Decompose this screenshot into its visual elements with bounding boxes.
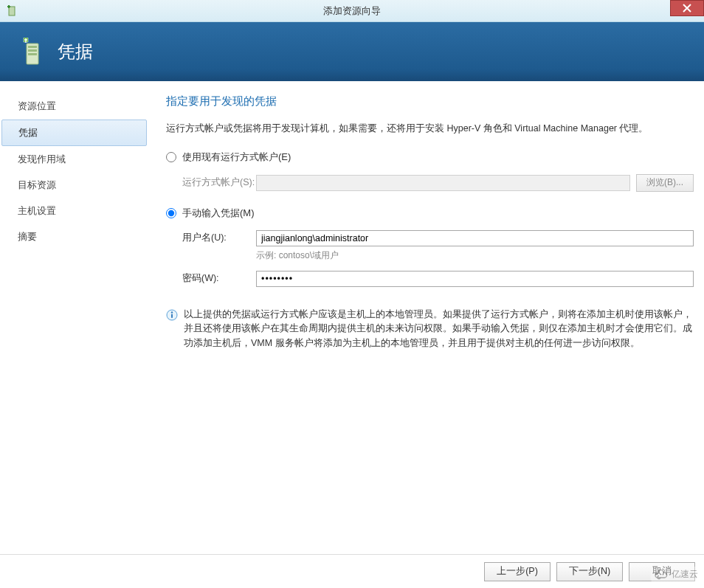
existing-account-label: 运行方式帐户(S): xyxy=(182,176,256,189)
wizard-sidebar: 资源位置 凭据 发现作用域 目标资源 主机设置 摘要 xyxy=(0,81,151,554)
window-title: 添加资源向导 xyxy=(323,4,381,18)
option-manual-credentials[interactable]: 手动输入凭据(M) xyxy=(166,207,694,220)
info-text: 以上提供的凭据或运行方式帐户应该是主机上的本地管理员。如果提供了运行方式帐户，则… xyxy=(184,308,694,350)
browse-button: 浏览(B)... xyxy=(636,174,694,192)
sidebar-item-target-resources[interactable]: 目标资源 xyxy=(1,173,147,198)
close-button[interactable] xyxy=(670,0,704,16)
sidebar-item-discovery-scope[interactable]: 发现作用域 xyxy=(1,147,147,172)
option-existing-account[interactable]: 使用现有运行方式帐户(E) xyxy=(166,151,694,164)
next-button[interactable]: 下一步(N) xyxy=(556,562,623,581)
info-block: 以上提供的凭据或运行方式帐户应该是主机上的本地管理员。如果提供了运行方式帐户，则… xyxy=(166,308,694,350)
wizard-header-icon xyxy=(19,38,44,66)
sidebar-item-credentials[interactable]: 凭据 xyxy=(1,120,147,146)
info-icon xyxy=(166,309,178,321)
previous-button[interactable]: 上一步(P) xyxy=(484,562,551,581)
content-title: 指定要用于发现的凭据 xyxy=(166,94,694,108)
password-label: 密码(W): xyxy=(182,272,256,285)
sidebar-item-resource-location[interactable]: 资源位置 xyxy=(1,94,147,119)
watermark-text: 亿速云 xyxy=(672,568,698,581)
option-existing-label: 使用现有运行方式帐户(E) xyxy=(182,151,291,164)
radio-existing-account[interactable] xyxy=(166,152,176,162)
content-description: 运行方式帐户或凭据将用于发现计算机，如果需要，还将用于安装 Hyper-V 角色… xyxy=(166,122,694,136)
cloud-icon xyxy=(654,570,669,580)
content-pane: 指定要用于发现的凭据 运行方式帐户或凭据将用于发现计算机，如果需要，还将用于安装… xyxy=(151,81,704,554)
sidebar-item-host-settings[interactable]: 主机设置 xyxy=(1,198,147,224)
svg-rect-8 xyxy=(171,314,173,318)
option-manual-label: 手动输入凭据(M) xyxy=(182,207,255,220)
svg-rect-3 xyxy=(28,46,37,48)
main-area: 资源位置 凭据 发现作用域 目标资源 主机设置 摘要 指定要用于发现的凭据 运行… xyxy=(0,81,704,554)
username-row: 用户名(U): xyxy=(182,230,694,246)
wizard-header: 凭据 xyxy=(0,22,704,81)
password-row: 密码(W): xyxy=(182,271,694,287)
watermark: 亿速云 xyxy=(651,567,701,582)
username-input[interactable] xyxy=(256,230,694,246)
wizard-footer: 上一步(P) 下一步(N) 取消 xyxy=(0,554,704,588)
wizard-step-title: 凭据 xyxy=(58,40,93,63)
existing-account-input-disabled xyxy=(256,175,630,191)
radio-manual-credentials[interactable] xyxy=(166,208,176,218)
svg-rect-4 xyxy=(28,49,37,52)
password-input[interactable] xyxy=(256,271,694,287)
app-icon xyxy=(6,5,18,17)
svg-point-7 xyxy=(171,311,173,313)
existing-account-row: 运行方式帐户(S): 浏览(B)... xyxy=(182,174,694,192)
titlebar: 添加资源向导 xyxy=(0,0,704,22)
username-label: 用户名(U): xyxy=(182,232,256,244)
sidebar-item-summary[interactable]: 摘要 xyxy=(1,224,147,249)
username-hint: 示例: contoso\域用户 xyxy=(256,249,694,262)
svg-rect-5 xyxy=(28,53,37,55)
svg-rect-0 xyxy=(9,7,15,15)
